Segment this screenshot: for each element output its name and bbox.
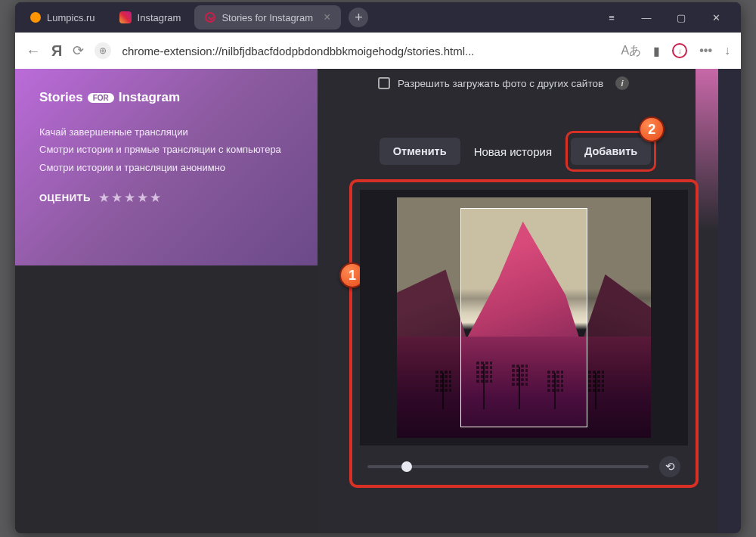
url-text[interactable]: chrome-extension://nilbfjdbacfdodpbdondb… <box>122 45 610 57</box>
tab-instagram[interactable]: Instagram <box>109 5 192 29</box>
bookmark-icon[interactable]: ▮ <box>653 44 660 58</box>
title-part: Stories <box>39 90 83 105</box>
zoom-controls: ⟲ <box>360 456 688 477</box>
allow-external-checkbox[interactable] <box>378 77 390 89</box>
extension-sidebar: Stories FOR Instagram Качай завершенные … <box>15 69 318 265</box>
address-bar: ← Я ⟳ ⊕ chrome-extension://nilbfjdbacfdo… <box>15 33 741 69</box>
annotation-highlight-add: Добавить 2 <box>565 131 656 172</box>
editor-title: Новая история <box>469 145 556 158</box>
tab-label: Stories for Instagram <box>222 12 313 23</box>
page-content: Stories FOR Instagram Качай завершенные … <box>15 69 741 533</box>
info-icon[interactable]: i <box>615 76 629 90</box>
editor-actions: Отменить Новая история Добавить 2 <box>318 131 718 172</box>
tab-label: Instagram <box>138 12 181 23</box>
menu-icon[interactable]: ≡ <box>597 6 626 29</box>
checkbox-label: Разрешить загружать фото с других сайтов <box>398 78 603 89</box>
rating-label: ОЦЕНИТЬ <box>39 192 91 203</box>
more-icon[interactable]: ••• <box>699 44 712 57</box>
feature-item: Смотри истории и трансляции анонимно <box>39 159 293 176</box>
for-badge: FOR <box>88 93 114 103</box>
window-controls: ≡ — ▢ ✕ <box>597 6 736 29</box>
back-button[interactable]: ← <box>26 42 41 60</box>
address-actions: Aあ ▮ ↓ ••• ↓ <box>621 43 730 59</box>
rating-stars[interactable]: ★★★★★ <box>98 190 163 206</box>
translate-icon[interactable]: Aあ <box>621 43 642 59</box>
new-tab-button[interactable]: + <box>349 8 368 27</box>
extension-title: Stories FOR Instagram <box>39 90 293 105</box>
minimize-button[interactable]: — <box>632 6 661 29</box>
feature-item: Смотри истории и прямые трансляции с ком… <box>39 141 293 158</box>
rotate-button[interactable]: ⟲ <box>659 456 680 477</box>
zoom-slider[interactable] <box>367 465 649 468</box>
yandex-icon[interactable]: Я <box>51 42 62 60</box>
annotation-marker-2: 2 <box>639 116 665 142</box>
tab-label: Lumpics.ru <box>47 12 95 23</box>
close-icon[interactable]: × <box>324 11 330 24</box>
reload-button[interactable]: ⟳ <box>73 42 84 59</box>
decorative-strip <box>696 69 718 533</box>
cancel-button[interactable]: Отменить <box>380 138 460 165</box>
story-editor-panel: Разрешить загружать фото с других сайтов… <box>318 69 718 533</box>
tab-lumpics[interactable]: Lumpics.ru <box>20 5 106 29</box>
rating-row: ОЦЕНИТЬ ★★★★★ <box>39 190 293 206</box>
crop-frame[interactable] <box>460 208 587 427</box>
story-image <box>397 197 651 438</box>
image-canvas[interactable] <box>360 190 688 445</box>
tab-bar: Lumpics.ru Instagram Stories for Instagr… <box>15 2 741 33</box>
maximize-button[interactable]: ▢ <box>667 6 696 29</box>
sidebar-background <box>15 265 318 533</box>
favicon-stories <box>205 12 215 23</box>
upload-option-row: Разрешить загружать фото с других сайтов… <box>318 69 718 90</box>
close-button[interactable]: ✕ <box>702 6 730 29</box>
favicon-lumpics <box>30 12 41 23</box>
site-identity-icon[interactable]: ⊕ <box>94 42 111 59</box>
add-button[interactable]: Добавить <box>571 138 651 165</box>
favicon-instagram <box>119 11 132 23</box>
tab-stories-extension[interactable]: Stories for Instagram × <box>194 5 341 29</box>
browser-window: Lumpics.ru Instagram Stories for Instagr… <box>15 2 741 533</box>
slider-thumb[interactable] <box>401 461 412 472</box>
downloads-icon[interactable]: ↓ <box>724 44 730 57</box>
title-part: Instagram <box>119 90 180 105</box>
download-extension-icon[interactable]: ↓ <box>672 43 687 58</box>
crop-editor: 1 <box>349 179 699 488</box>
feature-item: Качай завершенные трансляции <box>39 123 293 141</box>
